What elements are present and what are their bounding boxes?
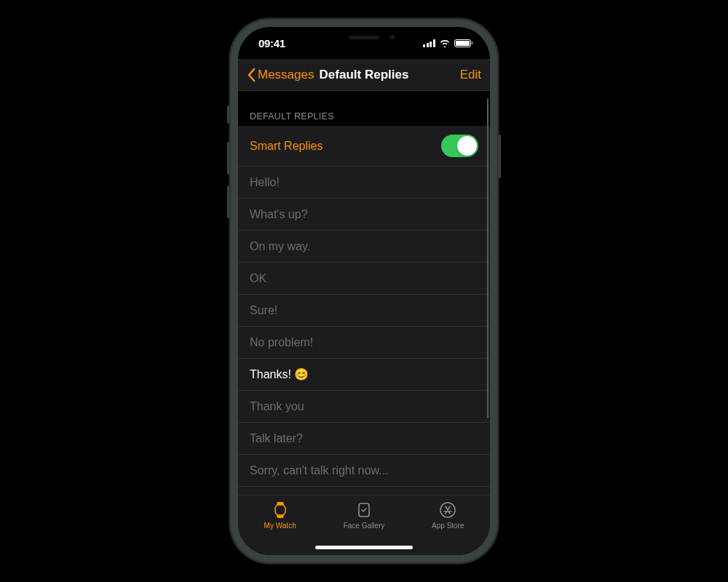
face-gallery-icon (357, 500, 371, 520)
home-indicator[interactable] (315, 546, 413, 549)
tab-app-store[interactable]: App Store (415, 500, 480, 555)
status-icons (423, 39, 472, 47)
volume-down (227, 186, 229, 218)
reply-text: Sorry, can't talk right now... (250, 464, 388, 477)
back-label: Messages (258, 68, 314, 82)
reply-text: Talk later? (250, 432, 303, 445)
reply-text: Thank you (250, 400, 304, 413)
toggle-knob (457, 136, 477, 156)
tab-label: App Store (432, 522, 464, 530)
smart-replies-label: Smart Replies (250, 140, 323, 153)
reply-row[interactable]: Sorry, can't talk right now... (238, 455, 490, 487)
navigation-bar: Messages Default Replies Edit (238, 59, 490, 91)
reply-row[interactable]: On my way. (238, 231, 490, 263)
reply-row[interactable]: In a meeting. Call you later? (238, 487, 490, 495)
content-area[interactable]: DEFAULT REPLIES Smart Replies Hello!What… (238, 91, 490, 495)
device-frame: 09:41 Messages (229, 18, 499, 564)
mute-switch (227, 105, 229, 124)
tab-label: My Watch (264, 522, 296, 530)
tab-my-watch[interactable]: My Watch (248, 500, 313, 555)
app-store-icon (439, 500, 456, 520)
edit-button[interactable]: Edit (460, 68, 481, 82)
smart-replies-row[interactable]: Smart Replies (238, 126, 490, 167)
reply-row[interactable]: Thanks! 😊 (238, 359, 490, 391)
smart-replies-toggle[interactable] (441, 135, 478, 157)
cellular-signal-icon (423, 39, 435, 47)
screen: 09:41 Messages (238, 27, 490, 555)
chevron-left-icon (247, 68, 256, 82)
reply-text: On my way. (250, 240, 310, 253)
reply-text: Sure! (250, 304, 277, 317)
reply-row[interactable]: Sure! (238, 295, 490, 327)
watch-icon (272, 500, 288, 520)
tab-bar: My Watch Face Gallery App Store (238, 495, 490, 555)
section-header: DEFAULT REPLIES (238, 91, 490, 126)
reply-text: Hello! (250, 176, 280, 189)
reply-row[interactable]: No problem! (238, 327, 490, 359)
front-camera (389, 34, 395, 40)
svg-rect-0 (275, 505, 285, 515)
reply-row[interactable]: Hello! (238, 167, 490, 199)
battery-icon (454, 39, 473, 47)
reply-row[interactable]: What's up? (238, 199, 490, 231)
reply-text: No problem! (250, 336, 313, 349)
reply-row[interactable]: OK (238, 263, 490, 295)
back-button[interactable]: Messages (247, 68, 314, 82)
status-time: 09:41 (258, 37, 285, 49)
power-button (499, 135, 501, 178)
page-title: Default Replies (320, 68, 409, 82)
notch (302, 27, 426, 47)
reply-text: OK (250, 272, 266, 285)
wifi-icon (439, 39, 451, 47)
reply-row[interactable]: Talk later? (238, 423, 490, 455)
volume-up (227, 142, 229, 175)
reply-row[interactable]: Thank you (238, 391, 490, 423)
scroll-indicator[interactable] (487, 98, 489, 418)
speaker (349, 36, 379, 39)
replies-list: Smart Replies Hello!What's up?On my way.… (238, 126, 490, 495)
tab-label: Face Gallery (344, 522, 385, 530)
reply-text: Thanks! 😊 (250, 367, 309, 381)
reply-text: What's up? (250, 208, 308, 221)
